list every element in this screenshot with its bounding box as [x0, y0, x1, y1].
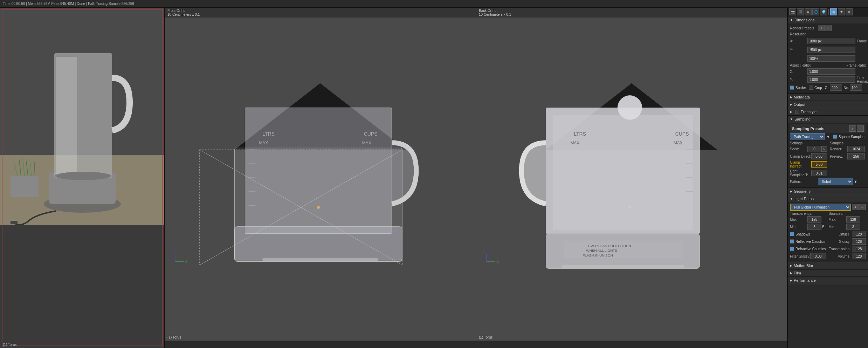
path-tracing-select[interactable]: Path Tracing — [790, 133, 825, 140]
transparency-label: Transparency: — [790, 212, 827, 216]
bounce-min-input[interactable] — [846, 224, 860, 230]
sampling-content: Sampling Presets + − Path Tracing ▼ Squa… — [788, 123, 868, 187]
refractive-checkbox[interactable] — [790, 247, 794, 251]
svg-rect-15 — [11, 221, 18, 224]
dimensions-header[interactable]: ▼ Dimensions — [788, 16, 868, 23]
trans-min-row: Min: B — [790, 224, 827, 230]
scene-icon-btn[interactable]: 🌐 — [812, 8, 819, 15]
res-pct-input[interactable] — [807, 55, 855, 62]
ne-input[interactable] — [850, 84, 862, 91]
presets-add-btn[interactable]: + — [849, 125, 856, 132]
render-presets-add-btn[interactable]: + — [818, 25, 825, 31]
aspect-y-input[interactable] — [807, 76, 855, 83]
sampling-section: ▼ Sampling Sampling Presets + − Path Tra… — [788, 116, 868, 188]
view-icon-btn[interactable]: 👁 — [838, 8, 845, 15]
output-section: ▶ Output — [788, 101, 868, 108]
reflective-checkbox[interactable] — [790, 239, 794, 244]
res-x-input[interactable] — [807, 38, 855, 44]
trans-min-input[interactable] — [807, 224, 821, 230]
clamp-indirect-input[interactable] — [811, 161, 827, 168]
clamp-indirect-label: Clamp Indirect: — [790, 161, 811, 168]
sampling-presets-row: Sampling Presets + − — [790, 124, 866, 133]
res-y-input[interactable] — [807, 47, 855, 53]
ol-input[interactable] — [830, 84, 842, 91]
light-paths-preset-row: Full Global Illumination + − — [790, 204, 866, 211]
light-paths-header[interactable]: ▼ Light Paths — [788, 195, 868, 202]
refractive-label: Refractive Caustics — [795, 247, 826, 251]
seed-cycle-btn[interactable]: ↻ — [821, 146, 827, 152]
viewport-middle: Front Ortho 10 Centimeters x 0.1 — [165, 8, 787, 348]
reflective-row: Reflective Caustics Glossy: — [790, 238, 866, 245]
bounce-min-label: Min: — [829, 225, 846, 229]
trans-max-input[interactable] — [807, 216, 821, 223]
shadows-row: Shadows Diffuse: — [790, 231, 866, 237]
preview-samples-label: Preview: — [830, 155, 847, 158]
lp-preset-add[interactable]: + — [852, 204, 859, 210]
filter-glossy-input[interactable] — [810, 253, 826, 259]
settings-col: Settings: Seed: ↻ Clamp Direct: Clamp In… — [790, 141, 827, 178]
output-icon-btn[interactable]: ▦ — [830, 8, 837, 15]
trans-b-label: B — [822, 225, 825, 229]
light-sampling-input[interactable] — [811, 170, 827, 176]
lp-preset-rem[interactable]: − — [859, 204, 866, 210]
freestyle-checkbox[interactable] — [795, 110, 799, 114]
aspect-x-input[interactable] — [807, 68, 855, 75]
volume-input[interactable] — [852, 253, 866, 259]
svg-text:MAX: MAX — [362, 141, 371, 145]
world-icon-btn[interactable]: 🌍 — [820, 8, 827, 15]
svg-rect-58 — [562, 265, 684, 268]
shadows-checkbox[interactable] — [790, 232, 794, 236]
camera-icon-btn[interactable]: 📷 — [789, 8, 796, 15]
bounce-max-input[interactable] — [846, 216, 860, 223]
freestyle-arrow: ▶ — [790, 110, 792, 114]
metadata-header[interactable]: ▶ Metadata — [788, 94, 868, 101]
samples-col: Samples: Render: Preview: — [830, 141, 866, 178]
performance-label: Performance — [794, 278, 816, 282]
square-samples-checkbox[interactable] — [833, 135, 837, 139]
svg-rect-54 — [563, 241, 682, 258]
trans-max-row: Max: — [790, 216, 827, 223]
pattern-select[interactable]: Sobol — [818, 178, 853, 185]
film-header[interactable]: ▶ Film — [788, 269, 868, 277]
render-samples-input[interactable] — [847, 146, 865, 152]
render-svg — [0, 8, 164, 348]
trans-max-label: Max: — [790, 218, 807, 221]
svg-text:CUPS: CUPS — [364, 131, 378, 137]
settings-icon-btn[interactable]: ⚙ — [805, 8, 812, 15]
bounce-max-label: Max: — [829, 218, 846, 221]
light-sampling-row: Light Sampling T: — [790, 169, 827, 177]
filter-icon-btn[interactable]: ≡ — [846, 8, 853, 15]
output-header[interactable]: ▶ Output — [788, 101, 868, 108]
bounce-min-row: Min: — [829, 224, 866, 230]
performance-arrow: ▶ — [790, 279, 792, 282]
render-icon-btn[interactable]: 🎬 — [797, 8, 804, 15]
presets-remove-btn[interactable]: − — [857, 125, 864, 132]
front-label: (1) Torus — [167, 335, 181, 339]
geometry-header[interactable]: ▶ Geometry — [788, 188, 868, 195]
light-paths-preset-select[interactable]: Full Global Illumination — [790, 204, 851, 211]
render-presets-remove-btn[interactable]: − — [825, 25, 832, 31]
aspect-x-label: X: — [790, 70, 807, 74]
transmission-input[interactable] — [852, 246, 866, 252]
motion-blur-header[interactable]: ▶ Motion Blur — [788, 262, 868, 269]
svg-rect-8 — [11, 176, 39, 197]
diffuse-input[interactable] — [852, 231, 866, 237]
performance-header[interactable]: ▶ Performance — [788, 277, 868, 284]
performance-section: ▶ Performance — [788, 277, 868, 284]
clamp-direct-input[interactable] — [811, 153, 827, 159]
sampling-header[interactable]: ▼ Sampling — [788, 116, 868, 123]
glossy-input[interactable] — [852, 238, 866, 245]
seed-label: Seed: — [790, 147, 807, 151]
preview-samples-input[interactable] — [847, 153, 865, 159]
clamp-direct-label: Clamp Direct: — [790, 155, 811, 158]
crop-checkbox[interactable] — [809, 86, 813, 90]
seed-input[interactable] — [807, 146, 821, 152]
svg-text:X: X — [496, 259, 499, 264]
freestyle-section: ▶ Freestyle — [788, 108, 868, 116]
bottom-cell-1 — [165, 341, 476, 348]
front-svg: LTRS CUPS MAX MAX — [165, 8, 476, 341]
freestyle-header[interactable]: ▶ Freestyle — [788, 108, 868, 115]
border-checkbox[interactable] — [790, 86, 794, 90]
aspect-row: Aspect Ratio: Frame Rate: — [790, 63, 866, 67]
resolution-y-row: Y: End Frame: — [790, 46, 866, 54]
